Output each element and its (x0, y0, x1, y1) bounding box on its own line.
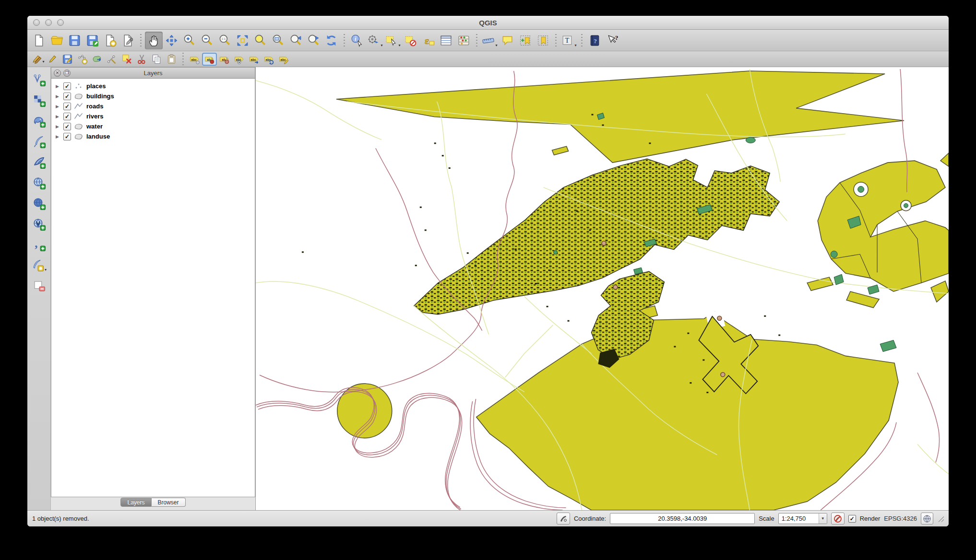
copy-features-button[interactable] (149, 53, 164, 66)
resize-grip[interactable] (937, 515, 944, 522)
new-project-button[interactable] (30, 32, 48, 49)
select-features-button[interactable]: ▾ (384, 32, 402, 49)
layer-row-water[interactable]: ▶✓water (51, 121, 255, 131)
new-shapefile-layer-button[interactable]: ▾ (30, 258, 48, 274)
close-window-icon[interactable] (33, 19, 40, 26)
expand-arrow-icon[interactable]: ▶ (56, 134, 60, 139)
chevron-down-icon: ▾ (495, 43, 497, 49)
node-tool-button[interactable] (105, 53, 119, 66)
layer-row-buildings[interactable]: ▶✓buildings (51, 91, 255, 101)
zoom-window-icon[interactable] (57, 19, 64, 26)
rotate-label-button[interactable]: abc (262, 53, 276, 66)
add-mssql-layer-button[interactable] (30, 155, 48, 171)
remove-layer-button[interactable] (30, 279, 48, 294)
layer-visibility-checkbox[interactable]: ✓ (63, 113, 71, 120)
whats-this-button[interactable]: ? (604, 32, 621, 49)
zoom-native-button[interactable]: 1:1 (216, 32, 234, 49)
delete-selected-button[interactable] (119, 53, 134, 66)
close-panel-icon[interactable]: ✕ (54, 70, 61, 77)
add-vector-layer-button[interactable] (30, 73, 48, 88)
crs-status-button[interactable] (921, 513, 933, 525)
save-layer-edits-button[interactable] (60, 53, 75, 66)
layer-visibility-checkbox[interactable]: ✓ (63, 133, 71, 140)
add-spatialite-layer-button[interactable] (30, 135, 48, 150)
composer-manager-button[interactable] (119, 32, 137, 49)
show-hide-labels-button[interactable]: abc (232, 53, 247, 66)
expand-arrow-icon[interactable]: ▶ (56, 124, 60, 129)
float-panel-icon[interactable]: ❐ (63, 70, 71, 77)
current-edits-button[interactable]: ▾ (30, 53, 45, 66)
zoom-last-button[interactable] (287, 32, 305, 49)
new-print-composer-button[interactable] (101, 32, 119, 49)
new-bookmark-button[interactable] (516, 32, 534, 49)
cut-features-button[interactable] (134, 53, 149, 66)
layer-row-roads[interactable]: ▶✓roads (51, 101, 255, 111)
zoom-in-icon (183, 34, 196, 47)
pin-unpin-labels-button[interactable]: ab (202, 53, 217, 66)
chevron-down-icon[interactable]: ▼ (819, 513, 827, 524)
attribute-table-button[interactable] (437, 32, 455, 49)
add-delimited-text-layer-button[interactable]: , (30, 238, 48, 253)
zoom-to-selection-button[interactable] (251, 32, 269, 49)
layer-row-landuse[interactable]: ▶✓landuse (51, 131, 255, 141)
coordinate-input[interactable] (610, 513, 755, 524)
title-bar[interactable]: QGIS (27, 16, 949, 30)
tab-layers[interactable]: Layers (120, 498, 151, 507)
help-contents-button[interactable]: ? (586, 32, 604, 49)
toolbar-separator (139, 34, 143, 47)
layer-row-places[interactable]: ▶✓places (51, 81, 255, 91)
save-project-button[interactable] (66, 32, 83, 49)
refresh-map-button[interactable] (322, 32, 340, 49)
measure-button[interactable]: ▾ (481, 32, 499, 49)
zoom-in-button[interactable] (180, 32, 198, 49)
zoom-out-button[interactable] (198, 32, 216, 49)
coordinate-capture-button[interactable] (557, 513, 570, 525)
stop-rendering-button[interactable] (831, 513, 845, 525)
layer-labeling-options-button[interactable]: abc (187, 53, 202, 66)
expand-arrow-icon[interactable]: ▶ (56, 94, 60, 99)
change-label-button[interactable]: abc (276, 53, 291, 66)
move-feature-button[interactable] (90, 53, 105, 66)
run-feature-action-button[interactable]: ▾ (366, 32, 384, 49)
layer-visibility-checkbox[interactable]: ✓ (63, 82, 71, 90)
field-calculator-button[interactable] (455, 32, 473, 49)
layer-visibility-checkbox[interactable]: ✓ (63, 93, 71, 100)
add-feature-button[interactable] (75, 53, 90, 66)
show-bookmarks-button[interactable] (534, 32, 552, 49)
scale-combobox[interactable]: 1:24,750 ▼ (778, 513, 827, 524)
layer-row-rivers[interactable]: ▶✓rivers (51, 111, 255, 121)
line-layer-icon (74, 113, 83, 120)
toggle-editing-button[interactable] (45, 53, 60, 66)
add-raster-layer-button[interactable] (30, 93, 48, 109)
text-annotation-button[interactable]: T▾ (560, 32, 578, 49)
zoom-next-button[interactable] (305, 32, 322, 49)
map-canvas[interactable] (255, 67, 949, 510)
paste-features-button[interactable] (164, 53, 179, 66)
add-postgis-layer-icon (33, 115, 46, 129)
add-wfs-layer-button[interactable] (30, 217, 48, 233)
open-project-button[interactable] (48, 32, 66, 49)
layer-visibility-checkbox[interactable]: ✓ (63, 103, 71, 110)
expand-arrow-icon[interactable]: ▶ (56, 104, 60, 109)
zoom-to-layer-button[interactable] (269, 32, 287, 49)
add-postgis-layer-button[interactable] (30, 114, 48, 129)
expand-arrow-icon[interactable]: ▶ (56, 84, 60, 89)
render-checkbox[interactable]: ✓ (848, 515, 856, 523)
layer-visibility-checkbox[interactable]: ✓ (63, 123, 71, 130)
move-label-button[interactable]: abc (247, 53, 262, 66)
pan-to-selection-button[interactable] (163, 32, 180, 49)
identify-features-button[interactable]: i (348, 32, 366, 49)
highlight-pinned-labels-button[interactable]: ab (217, 53, 232, 66)
zoom-full-button[interactable] (234, 32, 251, 49)
minimize-window-icon[interactable] (45, 19, 52, 26)
pan-map-button[interactable] (145, 32, 163, 49)
tab-browser[interactable]: Browser (152, 498, 186, 507)
expand-arrow-icon[interactable]: ▶ (56, 114, 60, 119)
map-tips-button[interactable] (499, 32, 516, 49)
deselect-features-button[interactable] (402, 32, 419, 49)
cut-features-icon (136, 54, 147, 65)
add-wms-layer-button[interactable] (30, 176, 48, 191)
select-by-expression-button[interactable]: ε (419, 32, 437, 49)
save-project-as-button[interactable] (83, 32, 101, 49)
add-wcs-layer-button[interactable] (30, 197, 48, 212)
